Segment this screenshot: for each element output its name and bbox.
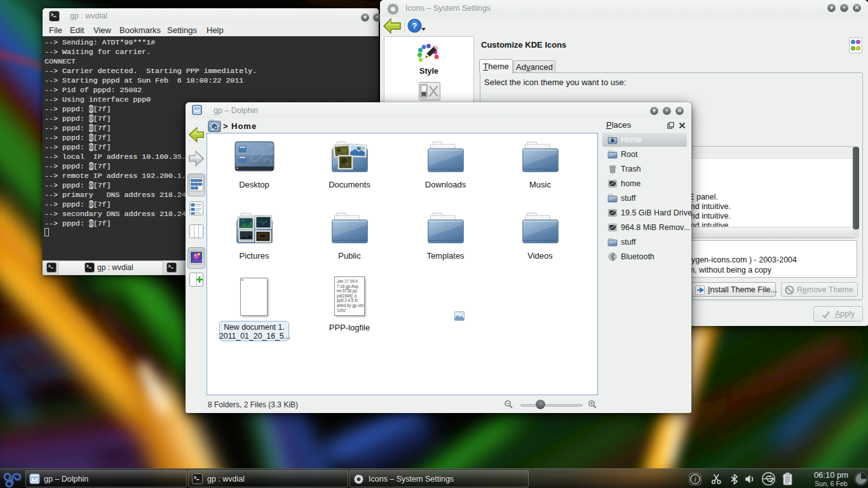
svg-text:?: ? bbox=[412, 21, 417, 30]
svg-text:i: i bbox=[694, 475, 696, 483]
